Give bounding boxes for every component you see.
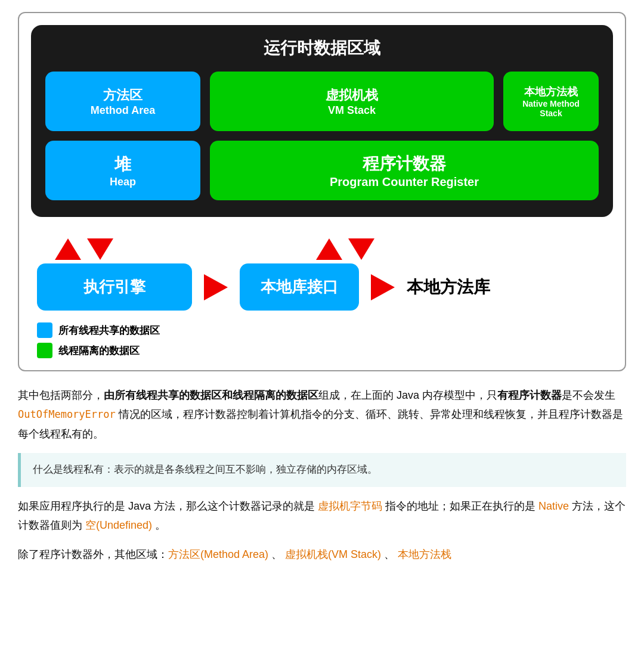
program-counter-box: 程序计数器 Program Counter Register: [210, 141, 599, 200]
method-area-chinese: 方法区: [103, 86, 143, 104]
para1-part2: 组成，在上面的 Java 内存模型中，只: [318, 389, 497, 401]
vm-stack-box: 虚拟机栈 VM Stack: [210, 72, 494, 131]
para3: 除了程序计数器外，其他区域：方法区(Method Area) 、 虚拟机栈(VM…: [18, 545, 626, 564]
program-counter-english: Program Counter Register: [330, 175, 479, 189]
para1-bold: 由所有线程共享的数据区和线程隔离的数据区: [104, 389, 318, 401]
native-stack-box: 本地方法栈 Native Method Stack: [503, 72, 599, 131]
arrow-right-shape-2: [371, 274, 395, 300]
arrow-up-left: [55, 238, 81, 260]
method-area-english: Method Area: [91, 104, 155, 117]
arrow-up-right: [316, 238, 342, 260]
para2-part4: 。: [152, 519, 166, 531]
runtime-row-1: 方法区 Method Area 虚拟机栈 VM Stack 本地方法栈 Nati…: [45, 72, 599, 131]
text-content: 其中包括两部分，由所有线程共享的数据区和线程隔离的数据区组成，在上面的 Java…: [18, 386, 626, 564]
native-stack-english2: Stack: [540, 108, 562, 118]
arrow-right-2: [371, 274, 395, 300]
legend: 所有线程共享的数据区 线程隔离的数据区: [31, 322, 166, 358]
legend-item-blue: 所有线程共享的数据区: [37, 322, 160, 338]
method-area-box: 方法区 Method Area: [45, 72, 200, 131]
native-stack-chinese: 本地方法栈: [524, 85, 578, 99]
para3-sep1: 、: [268, 548, 285, 560]
runtime-area: 运行时数据区域 方法区 Method Area 虚拟机栈 VM Stack 本地…: [31, 25, 613, 217]
native-lib-label: 本地方法库: [407, 276, 490, 299]
para1-part4: 是不会发生: [562, 389, 615, 401]
callout-text: 什么是线程私有：表示的就是各条线程之间互不影响，独立存储的内存区域。: [33, 464, 377, 475]
bottom-section: 执行引擎 本地库接口 本地方法库 所有线程共享的数据区 线程隔离的数据区: [31, 238, 613, 358]
para2-native: Native: [538, 500, 569, 512]
arrow-right-shape-1: [204, 274, 228, 300]
legend-blue-box: [37, 322, 52, 338]
para3-sep2: 、: [381, 548, 398, 560]
legend-green-box: [37, 343, 52, 358]
para1-part1: 其中包括两部分，: [18, 389, 104, 401]
vm-stack-english: VM Stack: [328, 104, 376, 117]
para2-link1: 虚拟机字节码: [318, 500, 382, 512]
exec-engine-box: 执行引擎: [37, 263, 192, 311]
heap-box: 堆 Heap: [45, 141, 200, 200]
para3-part1: 除了程序计数器外，其他区域：: [18, 548, 168, 560]
arrow-down-left: [87, 238, 113, 260]
para2-part2: 指令的地址；如果正在执行的是: [382, 500, 538, 512]
para1-code: OutOfMemoryError: [18, 408, 116, 420]
para1-bold2: 有程序计数器: [497, 389, 562, 401]
jvm-diagram: 运行时数据区域 方法区 Method Area 虚拟机栈 VM Stack 本地…: [18, 12, 626, 371]
program-counter-chinese: 程序计数器: [363, 153, 446, 175]
arrow-right-1: [204, 274, 228, 300]
vm-stack-chinese: 虚拟机栈: [326, 86, 378, 104]
para2: 如果应用程序执行的是 Java 方法，那么这个计数器记录的就是 虚拟机字节码 指…: [18, 497, 626, 535]
legend-green-label: 线程隔离的数据区: [58, 344, 140, 358]
legend-item-green: 线程隔离的数据区: [37, 343, 160, 358]
exec-row: 执行引擎 本地库接口 本地方法库: [31, 263, 613, 311]
para3-link3: 本地方法栈: [398, 548, 451, 560]
para2-undefined: 空(Undefined): [85, 519, 152, 531]
para3-link1: 方法区(Method Area): [168, 548, 268, 560]
arrows-right: [316, 238, 374, 260]
native-interface-box: 本地库接口: [240, 263, 359, 311]
heap-chinese: 堆: [114, 153, 131, 176]
runtime-rows: 方法区 Method Area 虚拟机栈 VM Stack 本地方法栈 Nati…: [45, 72, 599, 200]
runtime-row-2: 堆 Heap 程序计数器 Program Counter Register: [45, 141, 599, 200]
para1: 其中包括两部分，由所有线程共享的数据区和线程隔离的数据区组成，在上面的 Java…: [18, 386, 626, 443]
heap-english: Heap: [110, 176, 136, 188]
arrows-left: [55, 238, 113, 260]
arrows-row: [31, 238, 613, 260]
native-stack-english1: Native Method: [522, 99, 580, 108]
callout-box: 什么是线程私有：表示的就是各条线程之间互不影响，独立存储的内存区域。: [18, 453, 626, 487]
runtime-title: 运行时数据区域: [45, 37, 599, 60]
para2-part1: 如果应用程序执行的是 Java 方法，那么这个计数器记录的就是: [18, 500, 318, 512]
para3-link2: 虚拟机栈(VM Stack): [285, 548, 381, 560]
arrow-down-right: [348, 238, 374, 260]
legend-blue-label: 所有线程共享的数据区: [58, 324, 160, 337]
